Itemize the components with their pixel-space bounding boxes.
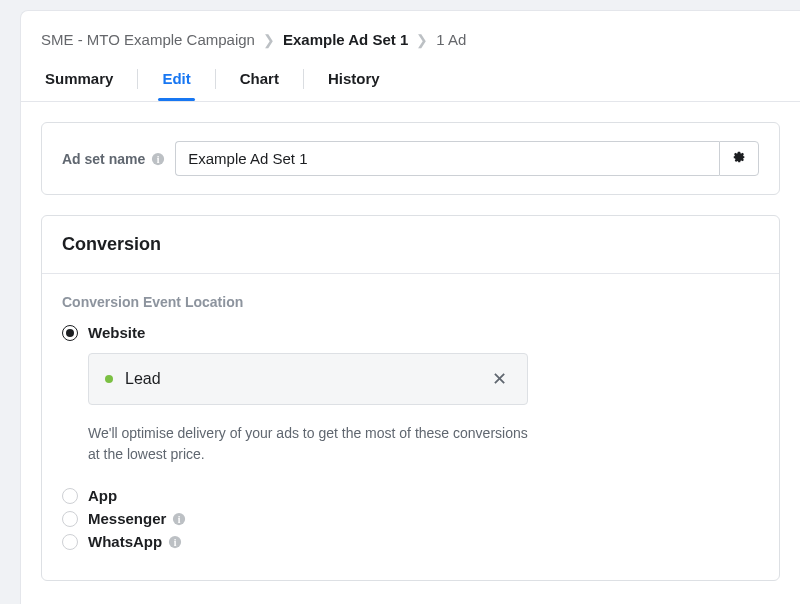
radio-whatsapp[interactable]	[62, 534, 78, 550]
radio-label-app: App	[88, 487, 117, 504]
radio-option-app[interactable]: App	[62, 487, 759, 504]
status-dot-icon	[105, 375, 113, 383]
svg-text:i: i	[157, 153, 160, 164]
tab-divider	[137, 69, 138, 89]
settings-button[interactable]	[719, 141, 759, 176]
tab-chart[interactable]: Chart	[236, 62, 283, 101]
gear-icon	[732, 150, 746, 168]
breadcrumb: SME - MTO Example Campaign ❯ Example Ad …	[21, 11, 800, 48]
radio-app[interactable]	[62, 488, 78, 504]
radio-messenger[interactable]	[62, 511, 78, 527]
tab-divider	[215, 69, 216, 89]
radio-label-whatsapp: WhatsApp i	[88, 533, 182, 550]
tab-edit[interactable]: Edit	[158, 62, 194, 101]
conversion-helper-text: We'll optimise delivery of your ads to g…	[88, 423, 528, 465]
conversion-location-label: Conversion Event Location	[62, 294, 759, 310]
radio-option-website[interactable]: Website	[62, 324, 759, 341]
conversion-card: Conversion Conversion Event Location Web…	[41, 215, 780, 581]
conversion-event-label: Lead	[125, 370, 476, 388]
radio-label-messenger: Messenger i	[88, 510, 186, 527]
chevron-right-icon: ❯	[416, 32, 428, 48]
ad-set-name-label: Ad set name i	[62, 151, 165, 167]
clear-event-button[interactable]: ✕	[488, 368, 511, 390]
chevron-right-icon: ❯	[263, 32, 275, 48]
conversion-event-select[interactable]: Lead ✕	[88, 353, 528, 405]
tabs: Summary Edit Chart History	[21, 48, 800, 102]
svg-text:i: i	[174, 536, 177, 547]
info-icon[interactable]: i	[151, 152, 165, 166]
tab-summary[interactable]: Summary	[41, 62, 117, 101]
conversion-title: Conversion	[62, 234, 759, 255]
ad-set-name-card: Ad set name i	[41, 122, 780, 195]
tab-divider	[303, 69, 304, 89]
radio-option-messenger[interactable]: Messenger i	[62, 510, 759, 527]
close-icon: ✕	[492, 369, 507, 389]
radio-label-website: Website	[88, 324, 145, 341]
info-icon[interactable]: i	[168, 535, 182, 549]
tab-history[interactable]: History	[324, 62, 384, 101]
ad-set-name-input[interactable]	[175, 141, 719, 176]
svg-text:i: i	[178, 513, 181, 524]
breadcrumb-item-ad[interactable]: 1 Ad	[436, 31, 466, 48]
breadcrumb-item-campaign[interactable]: SME - MTO Example Campaign	[41, 31, 255, 48]
breadcrumb-item-adset[interactable]: Example Ad Set 1	[283, 31, 408, 48]
radio-option-whatsapp[interactable]: WhatsApp i	[62, 533, 759, 550]
radio-website[interactable]	[62, 325, 78, 341]
info-icon[interactable]: i	[172, 512, 186, 526]
